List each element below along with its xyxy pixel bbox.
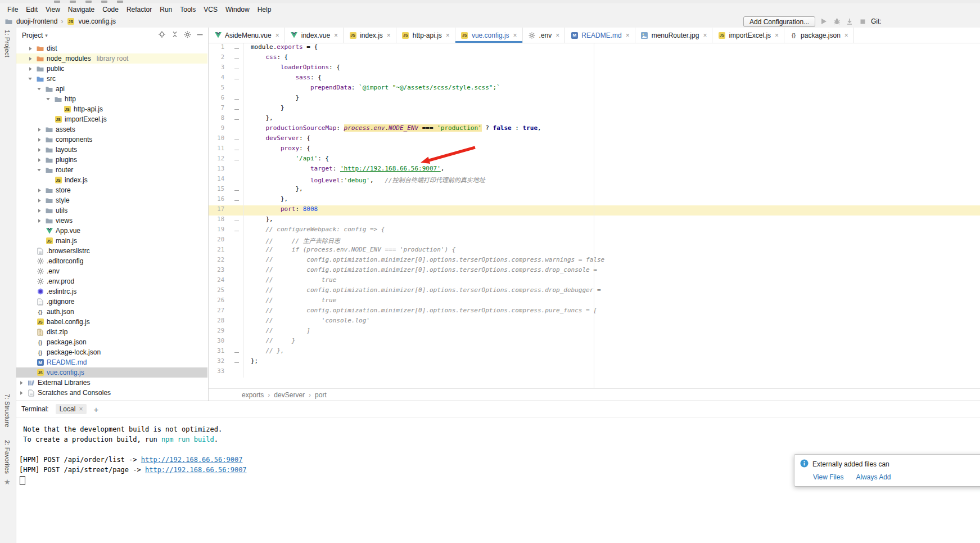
code-text[interactable]: module.exports = {	[243, 43, 980, 53]
code-text[interactable]: // 'console.log'	[243, 317, 980, 327]
chevron-right-icon[interactable]	[35, 198, 43, 203]
code-line-16[interactable]: 16 },	[209, 195, 980, 205]
code-line-21[interactable]: 21 // if (process.env.NODE_ENV === 'prod…	[209, 246, 980, 256]
fold-marker[interactable]	[230, 43, 243, 53]
tree-item-plugins[interactable]: plugins	[16, 155, 207, 165]
fold-marker[interactable]	[230, 216, 243, 226]
tree-item-main.js[interactable]: JSmain.js	[16, 236, 207, 246]
line-number[interactable]: 14	[209, 175, 230, 185]
line-number[interactable]: 12	[209, 155, 230, 165]
close-icon[interactable]: ×	[626, 32, 630, 39]
code-line-7[interactable]: 7 }	[209, 104, 980, 114]
fold-marker[interactable]	[230, 94, 243, 104]
code-line-30[interactable]: 30 // }	[209, 337, 980, 347]
breadcrumb-project[interactable]: duoji-frontend	[16, 17, 57, 25]
favorites-star-icon[interactable]: ★	[4, 478, 11, 486]
code-line-25[interactable]: 25 // config.optimization.minimizer[0].o…	[209, 286, 980, 297]
code-text[interactable]: // true	[243, 297, 980, 307]
line-number[interactable]: 30	[209, 337, 230, 347]
menu-code[interactable]: Code	[98, 5, 123, 15]
tree-item-auth.json[interactable]: {}auth.json	[16, 307, 207, 317]
tree-item-http-api.js[interactable]: JShttp-api.js	[16, 104, 207, 114]
fold-marker[interactable]	[230, 134, 243, 145]
fold-marker[interactable]	[230, 145, 243, 155]
code-text[interactable]: // config.optimization.minimizer[0].opti…	[243, 286, 980, 297]
line-number[interactable]: 13	[209, 165, 230, 175]
code-text[interactable]: },	[243, 114, 980, 124]
code-text[interactable]: };	[243, 357, 980, 367]
tree-item-node-modules[interactable]: node_moduleslibrary root	[16, 53, 207, 64]
code-line-4[interactable]: 4 sass: {	[209, 74, 980, 84]
code-line-8[interactable]: 8 },	[209, 114, 980, 124]
view-files-link[interactable]: View Files	[813, 473, 843, 481]
menu-refactor[interactable]: Refactor	[123, 5, 156, 15]
line-number[interactable]: 15	[209, 185, 230, 195]
git-widget[interactable]: Git:	[871, 17, 882, 25]
breadcrumb-file[interactable]: vue.config.js	[78, 17, 116, 25]
code-text[interactable]: '/api': {	[243, 155, 980, 165]
code-line-28[interactable]: 28 // 'console.log'	[209, 317, 980, 327]
close-icon[interactable]: ×	[387, 32, 391, 39]
close-icon[interactable]: ×	[334, 32, 338, 39]
code-text[interactable]: },	[243, 195, 980, 205]
tree-item-views[interactable]: views	[16, 216, 207, 226]
tree-item-assets[interactable]: assets	[16, 124, 207, 134]
tree-item-.gitignore[interactable]: .gitignore	[16, 297, 207, 307]
line-number[interactable]: 19	[209, 226, 230, 236]
line-number[interactable]: 18	[209, 216, 230, 226]
fold-marker[interactable]	[230, 114, 243, 124]
tab-index.vue[interactable]: index.vue×	[285, 28, 344, 43]
code-line-29[interactable]: 29 // ]	[209, 327, 980, 337]
code-line-19[interactable]: 19 // configureWebpack: config => {	[209, 226, 980, 236]
code-text[interactable]: devServer: {	[243, 134, 980, 145]
fold-marker[interactable]	[230, 357, 243, 367]
tree-item-.env[interactable]: .env	[16, 266, 207, 276]
fold-marker[interactable]	[230, 64, 243, 74]
tree-item-importexcel.js[interactable]: JSimportExcel.js	[16, 114, 207, 124]
line-number[interactable]: 21	[209, 246, 230, 256]
fold-marker[interactable]	[230, 74, 243, 84]
line-number[interactable]: 25	[209, 286, 230, 297]
menu-navigate[interactable]: Navigate	[64, 5, 98, 15]
code-text[interactable]: target: 'http://192.168.66.56:9007',	[243, 165, 980, 175]
line-number[interactable]: 16	[209, 195, 230, 205]
code-text[interactable]	[243, 367, 980, 378]
fold-marker[interactable]	[230, 155, 243, 165]
code-line-11[interactable]: 11 proxy: {	[209, 145, 980, 155]
close-icon[interactable]: ×	[844, 32, 848, 39]
chevron-right-icon[interactable]	[35, 127, 43, 132]
breadcrumb-devserver[interactable]: devServer	[274, 391, 305, 399]
breadcrumb-exports[interactable]: exports	[242, 391, 264, 399]
locate-file-icon[interactable]	[158, 30, 166, 40]
tree-item-index.js[interactable]: JSindex.js	[16, 175, 207, 185]
code-line-14[interactable]: 14 logLevel:'debug', //控制台终端打印代理前的真实地址	[209, 175, 980, 185]
line-number[interactable]: 7	[209, 104, 230, 114]
close-icon[interactable]: ×	[446, 32, 450, 39]
code-line-26[interactable]: 26 // true	[209, 297, 980, 307]
tree-item-style[interactable]: style	[16, 195, 207, 205]
tree-item-babel.config.js[interactable]: JSbabel.config.js	[16, 317, 207, 327]
menu-tools[interactable]: Tools	[176, 5, 200, 15]
line-number[interactable]: 6	[209, 94, 230, 104]
fold-marker[interactable]	[230, 104, 243, 114]
settings-gear-icon[interactable]	[184, 31, 191, 40]
code-text[interactable]: // if (process.env.NODE_ENV === 'product…	[243, 246, 980, 256]
chevron-down-icon[interactable]	[35, 168, 43, 172]
code-line-9[interactable]: 9 productionSourceMap: process.env.NODE_…	[209, 124, 980, 134]
code-text[interactable]: // config.optimization.minimizer[0].opti…	[243, 256, 980, 266]
menu-vcs[interactable]: VCS	[200, 5, 222, 15]
chevron-down-icon[interactable]: ▾	[45, 33, 48, 38]
code-text[interactable]: // ]	[243, 327, 980, 337]
line-number[interactable]: 23	[209, 266, 230, 276]
line-number[interactable]: 17	[209, 205, 230, 216]
tree-item-readme.md[interactable]: MREADME.md	[16, 357, 207, 367]
terminal-link[interactable]: http://192.168.66.56:9007	[141, 456, 243, 464]
menu-run[interactable]: Run	[156, 5, 176, 15]
tab-package.json[interactable]: {}package.json×	[784, 28, 854, 43]
tab-importexcel.js[interactable]: JSimportExcel.js×	[712, 28, 784, 43]
code-line-18[interactable]: 18 },	[209, 216, 980, 226]
code-text[interactable]: logLevel:'debug', //控制台终端打印代理前的真实地址	[243, 175, 980, 185]
close-icon[interactable]: ×	[775, 32, 779, 39]
close-icon[interactable]: ×	[513, 32, 517, 39]
always-add-link[interactable]: Always Add	[856, 473, 891, 481]
